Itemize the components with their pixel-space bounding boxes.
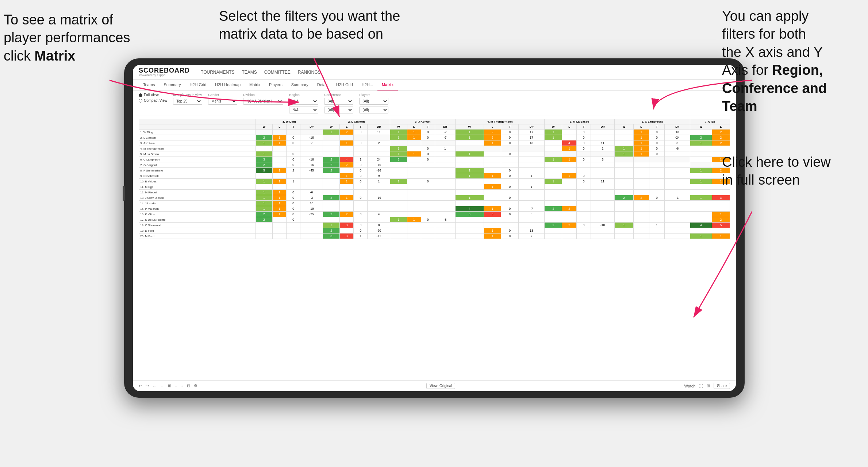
matrix-cell (300, 146, 323, 151)
view-original-btn[interactable]: View: Original (426, 383, 456, 389)
matrix-cell: 1 (545, 135, 562, 140)
matrix-cell: 13 (519, 228, 545, 234)
sub-dif-2: Dif (368, 124, 390, 130)
undo-btn[interactable]: ↩ (139, 383, 142, 388)
compact-view-radio[interactable] (139, 99, 142, 103)
full-view-option[interactable]: Full View (139, 93, 167, 97)
gender-select[interactable]: Men's (208, 98, 237, 105)
bottom-toolbar: ↩ ↪ ← → ⊞ − + ⊡ ⚙ View: Original Watch ⛶… (133, 380, 736, 391)
matrix-cell: 1 (256, 206, 273, 212)
region-select-1[interactable]: N/A (289, 98, 318, 105)
matrix-cell (665, 151, 690, 157)
row-player-name: 6. C Lamprecht (139, 157, 256, 162)
players-select-2[interactable]: (All) (359, 107, 388, 113)
matrix-cell: 1 (484, 173, 501, 179)
row-player-name: 13. J Skov Olesen (139, 195, 256, 201)
table-row: 5. M La Sasso100110100110 (139, 151, 730, 157)
players-select-1[interactable]: (All) (359, 98, 388, 105)
matrix-cell (407, 206, 421, 212)
tab-summary2[interactable]: Summary (287, 80, 313, 90)
redo-btn[interactable]: ↪ (146, 383, 149, 388)
matrix-table: 1. W Ding 2. L Clanton 3. J Koivun 4. M … (139, 119, 730, 239)
tab-h2h-grid2[interactable]: H2H Grid (332, 80, 357, 90)
matrix-cell (633, 162, 649, 168)
sub-t-3: T (421, 124, 435, 130)
tab-detail[interactable]: Detail (313, 80, 332, 90)
conference-select-1[interactable]: (All) (324, 98, 353, 105)
matrix-cell (690, 173, 712, 179)
sub-w-3: W (390, 124, 407, 130)
back-btn[interactable]: ← (153, 384, 157, 388)
row-player-name: 1. W Ding (139, 130, 256, 135)
tab-matrix[interactable]: Matrix (245, 80, 265, 90)
screen-btn[interactable]: ⛶ (699, 384, 703, 388)
nav-rankings[interactable]: RANKINGS (298, 68, 321, 76)
tab-h2h-grid[interactable]: H2H Grid (185, 80, 211, 90)
tab-h2h-heatmap[interactable]: H2H Heatmap (211, 80, 245, 90)
share-btn[interactable]: Share (714, 383, 730, 389)
grid-btn[interactable]: ⊞ (707, 383, 710, 388)
tab-teams[interactable]: Teams (139, 80, 159, 90)
row-player-name: 8. P Summerhays (139, 168, 256, 173)
matrix-cell (519, 151, 545, 157)
sub-dif-4: Dif (519, 124, 545, 130)
matrix-cell: -6 (300, 190, 323, 195)
nav-committee[interactable]: COMMITTEE (264, 68, 291, 76)
matrix-cell: -45 (300, 168, 323, 173)
division-select[interactable]: NCAA Division I (243, 98, 283, 105)
full-view-radio[interactable] (139, 93, 142, 97)
watch-btn[interactable]: Watch (684, 384, 696, 388)
table-row: 2. L Clanton210-16110-712017100010-2422 (139, 135, 730, 140)
matrix-cell (484, 190, 501, 195)
matrix-cell (576, 228, 591, 234)
matrix-cell: 0 (287, 201, 300, 206)
matrix-cell (407, 228, 421, 234)
tab-matrix-active[interactable]: Matrix (377, 80, 398, 90)
matrix-cell (256, 146, 273, 151)
max-players-select[interactable]: Top 25 (173, 98, 202, 105)
matrix-cell (287, 228, 300, 234)
tab-summary[interactable]: Summary (159, 80, 185, 90)
matrix-cell: -25 (300, 212, 323, 217)
matrix-cell: -7 (519, 206, 545, 212)
matrix-cell: 3 (456, 212, 484, 217)
tab-h2h-ellipsis[interactable]: H2H... (357, 80, 377, 90)
region-select-2[interactable]: N/A (289, 107, 318, 113)
matrix-cell: 2 (340, 130, 354, 135)
matrix-cell: -7 (435, 135, 455, 140)
matrix-cell: 1 (340, 173, 354, 179)
matrix-cell: 0 (368, 223, 390, 228)
matrix-cell: -24 (665, 135, 690, 140)
matrix-cell (649, 168, 665, 173)
nav-tournaments[interactable]: TOURNAMENTS (201, 68, 234, 76)
tab-players[interactable]: Players (265, 80, 287, 90)
matrix-cell: 0 (614, 130, 633, 135)
compact-view-option[interactable]: Compact View (139, 99, 167, 103)
matrix-cell (633, 190, 649, 195)
fit-btn[interactable]: ⊡ (187, 383, 190, 388)
matrix-cell: 2 (323, 228, 340, 234)
matrix-cell: 0 (287, 151, 300, 157)
matrix-cell: 1 (340, 140, 354, 146)
matrix-cell (614, 162, 633, 168)
forward-btn[interactable]: → (160, 384, 164, 388)
tools-btn[interactable]: ⊞ (168, 383, 171, 388)
matrix-cell: 1 (690, 140, 712, 146)
zoom-out-btn[interactable]: − (175, 384, 177, 388)
matrix-cell (407, 195, 421, 201)
matrix-cell: 0 (407, 157, 421, 162)
conference-select-2[interactable]: (All) (324, 107, 353, 113)
matrix-cell (501, 190, 519, 195)
matrix-cell (614, 168, 633, 173)
matrix-cell: 4 (340, 157, 354, 162)
matrix-cell: 0 (633, 223, 649, 228)
nav-teams[interactable]: TEAMS (242, 68, 257, 76)
zoom-in-btn[interactable]: + (181, 384, 183, 388)
matrix-cell (665, 179, 690, 184)
matrix-cell (614, 201, 633, 206)
settings-btn[interactable]: ⚙ (194, 383, 197, 388)
matrix-cell (576, 168, 591, 173)
matrix-cell: 0 (273, 157, 287, 162)
matrix-cell (690, 146, 712, 151)
matrix-cell: 1 (484, 234, 501, 239)
